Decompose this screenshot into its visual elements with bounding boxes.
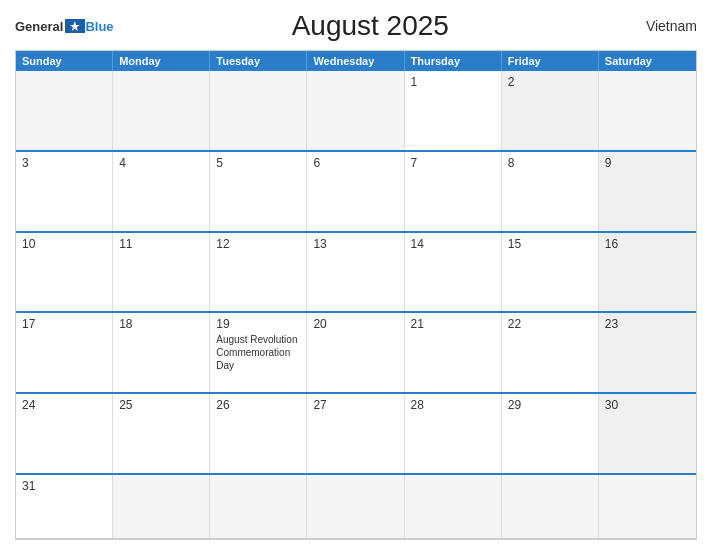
day-number: 17 (22, 317, 106, 331)
day-cell-2-2: 12 (210, 233, 307, 312)
holiday-text: August Revolution Commemoration Day (216, 333, 300, 372)
day-cell-3-3: 20 (307, 313, 404, 392)
day-cell-3-6: 23 (599, 313, 696, 392)
day-number: 4 (119, 156, 203, 170)
day-number: 11 (119, 237, 203, 251)
day-cell-1-5: 8 (502, 152, 599, 231)
page-title: August 2025 (114, 10, 627, 42)
country-label: Vietnam (627, 18, 697, 34)
day-cell-5-3 (307, 475, 404, 538)
day-cell-5-6 (599, 475, 696, 538)
header: General Blue August 2025 Vietnam (15, 10, 697, 42)
day-cell-0-1 (113, 71, 210, 150)
day-number: 14 (411, 237, 495, 251)
day-header-sunday: Sunday (16, 51, 113, 71)
logo-flag-icon (65, 19, 85, 33)
day-cell-3-4: 21 (405, 313, 502, 392)
day-cell-4-3: 27 (307, 394, 404, 473)
calendar-header: Sunday Monday Tuesday Wednesday Thursday… (16, 51, 696, 71)
day-number: 9 (605, 156, 690, 170)
day-number: 1 (411, 75, 495, 89)
day-number: 16 (605, 237, 690, 251)
day-cell-5-5 (502, 475, 599, 538)
day-header-saturday: Saturday (599, 51, 696, 71)
day-number: 22 (508, 317, 592, 331)
day-number: 31 (22, 479, 106, 493)
day-cell-0-0 (16, 71, 113, 150)
logo: General Blue (15, 19, 114, 34)
day-cell-2-6: 16 (599, 233, 696, 312)
day-number: 18 (119, 317, 203, 331)
day-cell-4-5: 29 (502, 394, 599, 473)
day-number: 12 (216, 237, 300, 251)
week-row-1: 12 (16, 71, 696, 152)
day-cell-0-5: 2 (502, 71, 599, 150)
page: General Blue August 2025 Vietnam Sunday … (0, 0, 712, 550)
day-cell-0-4: 1 (405, 71, 502, 150)
day-number: 25 (119, 398, 203, 412)
day-cell-0-6 (599, 71, 696, 150)
day-number: 19 (216, 317, 300, 331)
day-number: 5 (216, 156, 300, 170)
day-cell-1-4: 7 (405, 152, 502, 231)
day-cell-3-0: 17 (16, 313, 113, 392)
day-number: 13 (313, 237, 397, 251)
day-cell-2-5: 15 (502, 233, 599, 312)
week-row-5: 24252627282930 (16, 394, 696, 475)
day-number: 23 (605, 317, 690, 331)
day-number: 29 (508, 398, 592, 412)
day-cell-0-3 (307, 71, 404, 150)
day-header-friday: Friday (502, 51, 599, 71)
day-cell-4-1: 25 (113, 394, 210, 473)
day-cell-1-1: 4 (113, 152, 210, 231)
day-number: 28 (411, 398, 495, 412)
day-number: 27 (313, 398, 397, 412)
week-row-2: 3456789 (16, 152, 696, 233)
day-cell-1-6: 9 (599, 152, 696, 231)
calendar: Sunday Monday Tuesday Wednesday Thursday… (15, 50, 697, 540)
day-cell-4-6: 30 (599, 394, 696, 473)
day-cell-3-1: 18 (113, 313, 210, 392)
day-number: 26 (216, 398, 300, 412)
calendar-body: 12345678910111213141516171819August Revo… (16, 71, 696, 539)
day-cell-2-1: 11 (113, 233, 210, 312)
day-number: 6 (313, 156, 397, 170)
day-cell-5-0: 31 (16, 475, 113, 538)
day-cell-3-2: 19August Revolution Commemoration Day (210, 313, 307, 392)
day-number: 7 (411, 156, 495, 170)
day-header-monday: Monday (113, 51, 210, 71)
week-row-3: 10111213141516 (16, 233, 696, 314)
day-cell-2-0: 10 (16, 233, 113, 312)
logo-blue-text: Blue (85, 19, 113, 34)
day-cell-1-3: 6 (307, 152, 404, 231)
day-number: 24 (22, 398, 106, 412)
day-cell-5-1 (113, 475, 210, 538)
day-cell-5-4 (405, 475, 502, 538)
day-cell-4-4: 28 (405, 394, 502, 473)
day-number: 15 (508, 237, 592, 251)
day-cell-4-0: 24 (16, 394, 113, 473)
day-header-thursday: Thursday (405, 51, 502, 71)
day-header-wednesday: Wednesday (307, 51, 404, 71)
day-number: 30 (605, 398, 690, 412)
day-cell-2-4: 14 (405, 233, 502, 312)
week-row-6: 31 (16, 475, 696, 539)
day-number: 2 (508, 75, 592, 89)
day-cell-2-3: 13 (307, 233, 404, 312)
day-number: 20 (313, 317, 397, 331)
day-number: 3 (22, 156, 106, 170)
day-number: 21 (411, 317, 495, 331)
day-cell-5-2 (210, 475, 307, 538)
logo-general-text: General (15, 19, 63, 34)
day-cell-1-0: 3 (16, 152, 113, 231)
day-cell-3-5: 22 (502, 313, 599, 392)
day-header-tuesday: Tuesday (210, 51, 307, 71)
day-number: 10 (22, 237, 106, 251)
day-cell-0-2 (210, 71, 307, 150)
day-number: 8 (508, 156, 592, 170)
week-row-4: 171819August Revolution Commemoration Da… (16, 313, 696, 394)
day-cell-1-2: 5 (210, 152, 307, 231)
day-cell-4-2: 26 (210, 394, 307, 473)
